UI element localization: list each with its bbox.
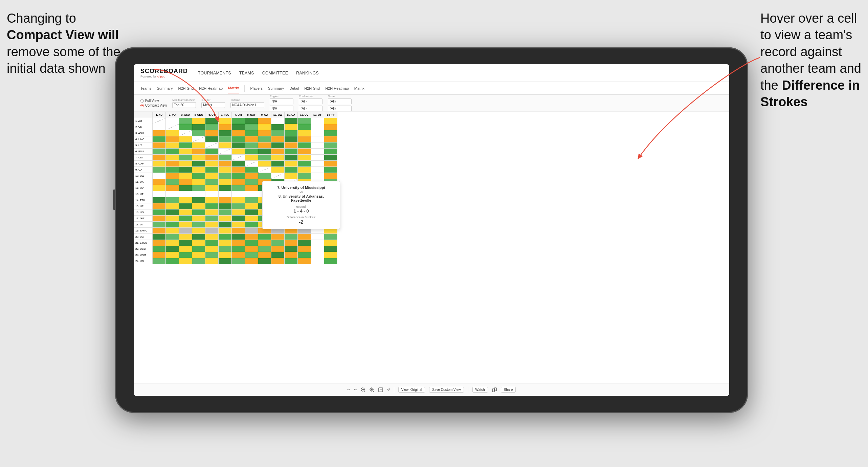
- matrix-cell[interactable]: [219, 149, 232, 155]
- matrix-cell[interactable]: [166, 197, 179, 203]
- matrix-cell[interactable]: [166, 234, 179, 240]
- matrix-cell[interactable]: [166, 161, 179, 167]
- matrix-cell[interactable]: [324, 130, 337, 136]
- matrix-cell[interactable]: [324, 252, 337, 258]
- matrix-cell[interactable]: [232, 252, 245, 258]
- table-row[interactable]: 21. ETSU: [134, 240, 337, 246]
- table-row[interactable]: 23. UNM: [134, 252, 337, 258]
- matrix-cell[interactable]: [153, 155, 166, 161]
- matrix-cell[interactable]: [245, 191, 258, 197]
- matrix-cell[interactable]: [298, 118, 311, 124]
- table-row[interactable]: 6. FSU: [134, 149, 337, 155]
- matrix-cell[interactable]: [245, 197, 258, 203]
- region-select1[interactable]: N/A: [270, 98, 293, 104]
- matrix-cell[interactable]: [153, 258, 166, 264]
- matrix-cell[interactable]: [219, 203, 232, 209]
- matrix-cell[interactable]: [324, 161, 337, 167]
- matrix-cell[interactable]: [153, 136, 166, 142]
- matrix-cell[interactable]: [166, 222, 179, 228]
- matrix-cell[interactable]: [324, 142, 337, 149]
- matrix-cell[interactable]: [219, 142, 232, 149]
- matrix-cell[interactable]: [258, 234, 271, 240]
- matrix-cell[interactable]: [245, 258, 258, 264]
- matrix-cell[interactable]: [245, 209, 258, 216]
- matrix-cell[interactable]: [219, 179, 232, 185]
- matrix-cell[interactable]: [179, 234, 192, 240]
- matrix-cell[interactable]: [245, 161, 258, 167]
- sub-nav-h2h-grid2[interactable]: H2H Grid: [304, 84, 320, 93]
- matrix-cell[interactable]: [285, 136, 298, 142]
- matrix-cell[interactable]: [271, 167, 285, 173]
- matrix-cell[interactable]: [271, 136, 285, 142]
- matrix-cell[interactable]: [179, 203, 192, 209]
- matrix-cell[interactable]: [205, 234, 219, 240]
- matrix-cell[interactable]: [298, 136, 311, 142]
- matrix-cell[interactable]: [245, 216, 258, 222]
- matrix-cell[interactable]: [324, 155, 337, 161]
- matrix-cell[interactable]: [271, 246, 285, 252]
- matrix-cell[interactable]: [324, 124, 337, 130]
- matrix-cell[interactable]: [232, 179, 245, 185]
- matrix-cell[interactable]: [258, 240, 271, 246]
- matrix-cell[interactable]: [245, 234, 258, 240]
- matrix-cell[interactable]: [271, 258, 285, 264]
- matrix-cell[interactable]: [192, 252, 205, 258]
- zoom-in-button[interactable]: [370, 387, 374, 392]
- matrix-cell[interactable]: [324, 118, 337, 124]
- matrix-cell[interactable]: [245, 167, 258, 173]
- matrix-cell[interactable]: [324, 240, 337, 246]
- view-original-button[interactable]: View: Original: [398, 387, 425, 393]
- matrix-cell[interactable]: [232, 234, 245, 240]
- matrix-cell[interactable]: [311, 258, 324, 264]
- redo-button[interactable]: ↪: [354, 388, 357, 392]
- matrix-cell[interactable]: [166, 185, 179, 191]
- matrix-cell[interactable]: [324, 149, 337, 155]
- matrix-cell[interactable]: [245, 155, 258, 161]
- matrix-cell[interactable]: [192, 161, 205, 167]
- matrix-cell[interactable]: [153, 246, 166, 252]
- matrix-cell[interactable]: [232, 240, 245, 246]
- matrix-cell[interactable]: [166, 167, 179, 173]
- table-row[interactable]: 5. UT: [134, 142, 337, 149]
- matrix-cell[interactable]: [153, 234, 166, 240]
- matrix-cell[interactable]: [258, 252, 271, 258]
- matrix-cell[interactable]: [179, 179, 192, 185]
- matrix-cell[interactable]: [219, 191, 232, 197]
- conference-select2[interactable]: (All): [299, 106, 322, 111]
- matrix-cell[interactable]: [192, 130, 205, 136]
- table-row[interactable]: 22. UCB: [134, 246, 337, 252]
- matrix-cell[interactable]: [298, 167, 311, 173]
- matrix-cell[interactable]: [192, 209, 205, 216]
- matrix-cell[interactable]: [153, 142, 166, 149]
- matrix-cell[interactable]: [166, 216, 179, 222]
- matrix-cell[interactable]: [271, 130, 285, 136]
- table-row[interactable]: 3. ASU: [134, 130, 337, 136]
- matrix-cell[interactable]: [205, 209, 219, 216]
- matrix-cell[interactable]: [311, 155, 324, 161]
- matrix-cell[interactable]: [285, 124, 298, 130]
- matrix-cell[interactable]: [285, 155, 298, 161]
- matrix-cell[interactable]: [153, 130, 166, 136]
- matrix-cell[interactable]: [324, 258, 337, 264]
- matrix-cell[interactable]: [219, 167, 232, 173]
- matrix-cell[interactable]: [285, 130, 298, 136]
- collapse-button[interactable]: [378, 387, 383, 392]
- nav-teams[interactable]: TEAMS: [239, 69, 254, 77]
- matrix-cell[interactable]: [192, 246, 205, 252]
- matrix-cell[interactable]: [232, 258, 245, 264]
- matrix-cell[interactable]: [192, 258, 205, 264]
- matrix-cell[interactable]: [245, 222, 258, 228]
- matrix-cell[interactable]: [298, 246, 311, 252]
- sub-nav-matrix1[interactable]: Matrix: [228, 83, 239, 93]
- matrix-cell[interactable]: [205, 149, 219, 155]
- matrix-cell[interactable]: [192, 173, 205, 179]
- matrix-cell[interactable]: [166, 173, 179, 179]
- nav-rankings[interactable]: RANKINGS: [296, 69, 319, 77]
- matrix-cell[interactable]: [179, 155, 192, 161]
- sub-nav-players[interactable]: Players: [250, 84, 263, 93]
- division-select[interactable]: NCAA Division I: [230, 102, 264, 108]
- matrix-cell[interactable]: [192, 191, 205, 197]
- sub-nav-h2h-heatmap2[interactable]: H2H Heatmap: [325, 84, 349, 93]
- matrix-cell[interactable]: [285, 252, 298, 258]
- matrix-cell[interactable]: [232, 191, 245, 197]
